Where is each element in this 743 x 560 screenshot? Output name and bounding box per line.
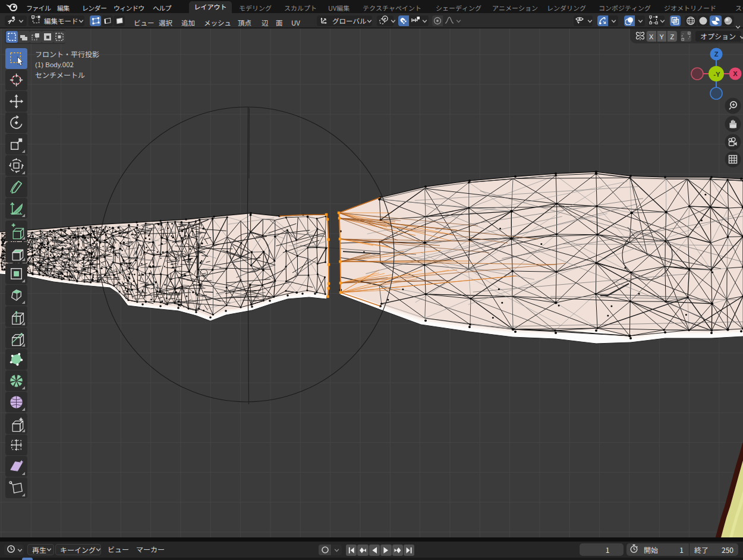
svg-text:Z: Z	[714, 49, 719, 58]
svg-text:X: X	[733, 68, 738, 78]
svg-text:-Y: -Y	[713, 69, 720, 78]
